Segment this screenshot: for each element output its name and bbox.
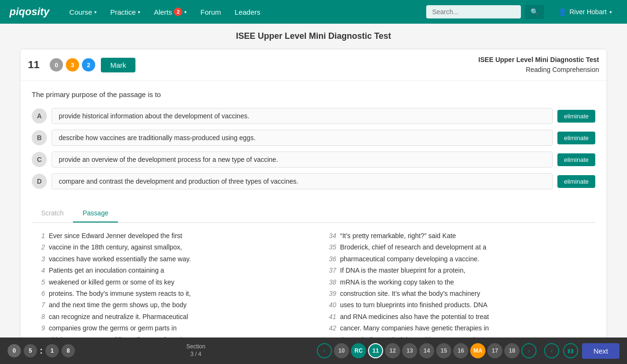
q-btn-12[interactable]: 12 <box>385 343 400 358</box>
line-num-38: 38 <box>323 277 336 287</box>
option-letter-c[interactable]: C <box>32 152 47 167</box>
question-header: 11 0 3 2 Mark ISEE Upper Level Mini Diag… <box>20 49 607 81</box>
status-badge-2: 2 <box>82 58 95 71</box>
search-area: 🔍 👤 River Hobart ▾ <box>426 4 618 19</box>
status-badges: 0 3 2 <box>50 58 95 71</box>
nav-leaders[interactable]: Leaders <box>229 4 266 20</box>
passage-line-8: 8 can recognize and neutralize it. Pharm… <box>32 311 304 322</box>
prev-question-button[interactable]: ‹ <box>317 343 332 358</box>
eliminate-btn-d[interactable]: eliminate <box>557 175 595 188</box>
option-letter-b[interactable]: B <box>32 130 47 145</box>
line-text-41: and RNA medicines also have the potentia… <box>340 311 489 322</box>
eliminate-btn-b[interactable]: eliminate <box>557 132 595 144</box>
next-question-arrow[interactable]: › <box>521 343 537 358</box>
passage-line-1: 1 Ever since Edward Jenner developed the… <box>32 231 304 241</box>
count-1: 1 <box>45 344 59 357</box>
bottom-bar: 0 5 : 1 8 Section 3 / 4 ‹ 10 RC 11 12 13… <box>0 337 627 359</box>
line-text-1: Ever since Edward Jenner developed the f… <box>49 231 182 241</box>
passage-line-4: 4 Patients get an inoculation containing… <box>32 265 304 275</box>
passage-line-40: 40 uses to turn blueprints into finished… <box>323 300 595 310</box>
line-text-36: pharmaceutical company developing a vacc… <box>340 254 479 264</box>
passage-line-35: 35 Broderick, chief of research and deve… <box>323 242 595 252</box>
pause-button[interactable]: ▮▮ <box>563 343 578 358</box>
line-text-7: and the next time the germ shows up, the… <box>49 300 187 310</box>
user-menu[interactable]: 👤 River Hobart ▾ <box>553 4 618 19</box>
passage-line-38: 38 mRNA is the working copy taken to the <box>323 277 595 287</box>
nav-alerts[interactable]: Alerts 2 ▾ <box>148 4 192 20</box>
chevron-icon: ▾ <box>94 9 97 15</box>
tab-passage[interactable]: Passage <box>73 204 117 222</box>
tabs: Scratch Passage <box>32 204 595 223</box>
user-name: River Hobart <box>569 8 607 16</box>
passage-line-42: 42 cancer. Many companies have genetic t… <box>323 323 595 333</box>
line-num-6: 6 <box>32 288 45 299</box>
nav-forum[interactable]: Forum <box>195 4 226 20</box>
line-num-39: 39 <box>323 288 336 299</box>
option-text-d[interactable]: compare and contrast the development and… <box>52 173 553 189</box>
passage-line-37: 37 If DNA is the master blueprint for a … <box>323 265 595 275</box>
line-num-9: 9 <box>32 323 45 333</box>
test-info: ISEE Upper Level Mini Diagnostic Test Re… <box>478 55 599 75</box>
test-info-subtitle: Reading Comprehension <box>478 65 599 75</box>
chevron-icon: ▾ <box>138 9 140 15</box>
navbar: piqosity Course ▾ Practice ▾ Alerts 2 ▾ … <box>0 0 627 24</box>
answer-option-a: A provide historical information about t… <box>32 108 595 124</box>
passage-line-7: 7 and the next time the germ shows up, t… <box>32 300 304 310</box>
q-btn-rc[interactable]: RC <box>351 343 366 358</box>
option-text-c[interactable]: provide an overview of the development p… <box>52 151 553 168</box>
line-text-34: “It’s pretty remarkable, right?” said Ka… <box>340 231 456 241</box>
line-num-35: 35 <box>323 242 336 252</box>
eliminate-btn-a[interactable]: eliminate <box>557 110 595 123</box>
q-btn-14[interactable]: 14 <box>419 343 434 358</box>
chevron-icon: ▾ <box>184 9 187 15</box>
option-text-a[interactable]: provide historical information about the… <box>52 108 553 124</box>
back-button[interactable]: ‹ <box>544 343 559 358</box>
nav-course[interactable]: Course ▾ <box>63 4 102 20</box>
user-icon: 👤 <box>558 8 566 16</box>
tab-scratch[interactable]: Scratch <box>32 204 73 222</box>
q-btn-11[interactable]: 11 <box>368 343 383 358</box>
right-controls: ‹ ▮▮ Next <box>544 343 619 359</box>
line-num-3: 3 <box>32 254 45 264</box>
line-num-4: 4 <box>32 265 45 275</box>
nav-links: Course ▾ Practice ▾ Alerts 2 ▾ Forum Lea… <box>63 4 426 20</box>
q-btn-16[interactable]: 16 <box>453 343 468 358</box>
nav-practice[interactable]: Practice ▾ <box>105 4 146 20</box>
q-btn-15[interactable]: 15 <box>436 343 451 358</box>
count-8: 8 <box>62 344 75 357</box>
option-letter-d[interactable]: D <box>32 174 47 189</box>
q-btn-10[interactable]: 10 <box>334 343 349 358</box>
passage-line-39: 39 construction site. It’s what the body… <box>323 288 595 299</box>
q-btn-ma[interactable]: MA <box>470 343 485 358</box>
search-button[interactable]: 🔍 <box>525 5 544 19</box>
passage-line-34: 34 “It’s pretty remarkable, right?” said… <box>323 231 595 241</box>
answer-option-d: D compare and contrast the development a… <box>32 173 595 189</box>
brand-logo[interactable]: piqosity <box>9 6 49 18</box>
line-num-5: 5 <box>32 277 45 287</box>
passage-line-41: 41 and RNA medicines also have the poten… <box>323 311 595 322</box>
question-body: The primary purpose of the passage is to… <box>20 81 607 204</box>
main-container: 11 0 3 2 Mark ISEE Upper Level Mini Diag… <box>10 49 617 354</box>
q-btn-18[interactable]: 18 <box>504 343 520 358</box>
line-num-40: 40 <box>323 300 336 310</box>
status-badge-0: 0 <box>50 58 63 71</box>
next-button[interactable]: Next <box>582 343 619 359</box>
bottom-counts: 0 5 : 1 8 <box>8 344 75 357</box>
line-text-40: uses to turn blueprints into finished pr… <box>340 300 487 310</box>
search-input[interactable] <box>426 5 521 18</box>
answer-option-c: C provide an overview of the development… <box>32 151 595 168</box>
eliminate-btn-c[interactable]: eliminate <box>557 153 595 166</box>
chevron-icon: ▾ <box>609 9 612 15</box>
line-num-8: 8 <box>32 311 45 322</box>
q-btn-17[interactable]: 17 <box>487 343 502 358</box>
option-text-b[interactable]: describe how vaccines are traditionally … <box>52 130 553 146</box>
line-text-8: can recognize and neutralize it. Pharmac… <box>49 311 188 322</box>
alerts-badge: 2 <box>174 8 182 16</box>
passage-line-3: 3 vaccines have worked essentially the s… <box>32 254 304 264</box>
line-text-3: vaccines have worked essentially the sam… <box>49 254 191 264</box>
mark-button[interactable]: Mark <box>101 58 135 72</box>
option-letter-a[interactable]: A <box>32 108 47 124</box>
q-btn-13[interactable]: 13 <box>402 343 417 358</box>
passage-line-2: 2 vaccine in the 18th century, against s… <box>32 242 304 252</box>
question-number: 11 <box>28 59 42 71</box>
